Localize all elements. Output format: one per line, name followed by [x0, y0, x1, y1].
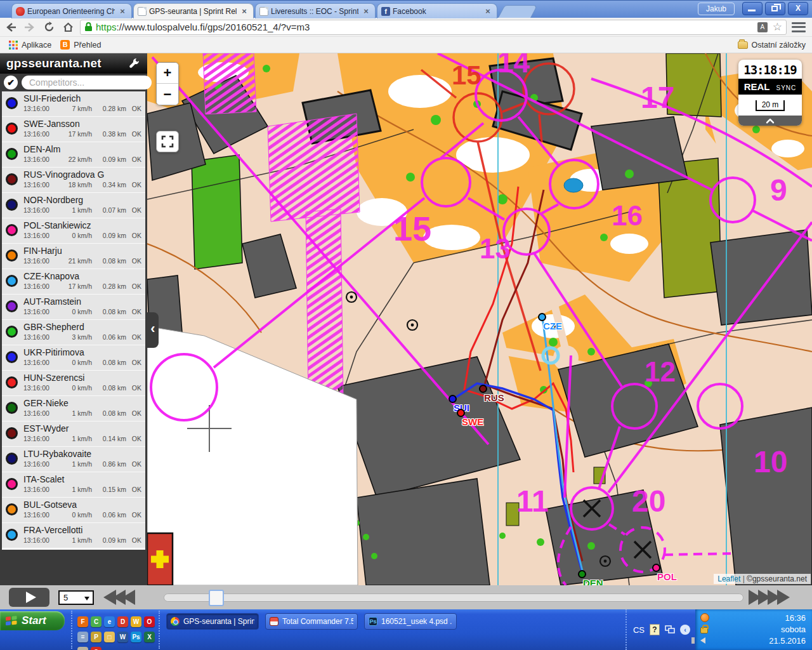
clock-mode-row[interactable]: REAL SYNC	[738, 79, 802, 95]
competitor-row[interactable]: BUL-Gotseva 13:16:00 0 km/h 0.06 km OK	[2, 498, 145, 523]
competitor-row[interactable]: SWE-Jansson 13:16:00 17 km/h 0.38 km OK	[2, 117, 145, 142]
tab-close-icon[interactable]: ×	[117, 6, 128, 16]
translate-icon[interactable]: A	[757, 22, 768, 32]
speed-select[interactable]: 5	[58, 590, 94, 605]
speed-value: 5	[63, 593, 68, 602]
tab-close-icon[interactable]: ×	[239, 6, 249, 16]
back-button[interactable]	[3, 20, 19, 35]
home-button[interactable]	[60, 20, 76, 35]
forward-button[interactable]	[22, 20, 38, 35]
settings-wrench-icon[interactable]	[128, 57, 141, 70]
control-number-label: 10	[754, 448, 787, 475]
clock-mode-sync[interactable]: SYNC	[776, 84, 797, 91]
network-tray-icon[interactable]	[665, 625, 675, 634]
task-app-icon	[270, 617, 278, 626]
competitor-row[interactable]: HUN-Szerencsi 13:16:00 0 km/h 0.08 km OK	[2, 371, 145, 396]
quick-launch-icon[interactable]: W	[131, 616, 141, 627]
competitor-row[interactable]: UKR-Pitirimova 13:16:00 0 km/h 0.08 km O…	[2, 345, 145, 371]
quick-launch-icon[interactable]: D	[117, 616, 128, 627]
select-all-check-button[interactable]: ✔	[4, 76, 18, 90]
competitor-row[interactable]: FRA-Vercellotti 13:16:00 1 km/h 0.09 km …	[2, 523, 145, 548]
taskbar-task-button[interactable]: Total Commander 7.5...	[265, 613, 358, 630]
clock-collapse-button[interactable]	[738, 116, 802, 126]
timeline-slider-handle[interactable]	[209, 590, 224, 606]
bookmark-apps[interactable]: Aplikace	[9, 41, 51, 50]
runner-marker[interactable]: DEN	[578, 570, 586, 578]
language-indicator[interactable]: CS	[633, 625, 645, 635]
competitor-row[interactable]: AUT-Ramstein 13:16:00 0 km/h 0.08 km OK	[2, 295, 145, 320]
competitor-row[interactable]: FIN-Harju 13:16:00 21 km/h 0.08 km OK	[2, 244, 145, 269]
competitor-row[interactable]: LTU-Rybakovaite 13:16:00 1 km/h 0.86 km …	[2, 447, 145, 472]
minimize-button[interactable]	[742, 2, 763, 15]
competitor-row[interactable]: EST-Wyder 13:16:00 1 km/h 0.14 km OK	[2, 421, 145, 447]
quick-launch-icon[interactable]: F	[77, 616, 88, 627]
bookmark-prehled[interactable]: B Přehled	[60, 40, 101, 50]
quick-launch-icon[interactable]: O	[144, 616, 155, 627]
runner-marker[interactable]: CZE	[538, 313, 546, 321]
restore-button[interactable]	[765, 2, 785, 15]
browser-menu-icon[interactable]	[792, 22, 806, 32]
timeline-slider[interactable]	[164, 594, 743, 602]
tab-close-icon[interactable]: ×	[483, 6, 493, 16]
clock-mode-real[interactable]: REAL	[744, 81, 770, 92]
new-tab-button[interactable]	[497, 5, 537, 18]
help-tray-icon[interactable]: ?	[650, 624, 660, 635]
runner-marker[interactable]: POL	[652, 564, 660, 572]
runner-marker[interactable]: RUS	[479, 385, 487, 393]
address-bar[interactable]: https://www.tulospalvelu.fi/gps/20160521…	[80, 20, 787, 35]
taskbar-task-button[interactable]: GPS-seuranta | Sprint...	[166, 613, 259, 630]
quick-launch-icon[interactable]: S	[91, 647, 102, 650]
leaflet-link[interactable]: Leaflet	[717, 574, 740, 583]
quick-launch-icon[interactable]: P	[91, 632, 102, 642]
browser-tab[interactable]: GPS-seuranta | Sprint Relay ×	[133, 3, 254, 18]
sidebar-collapse-handle[interactable]: ‹	[147, 312, 159, 348]
zoom-in-button[interactable]: +	[157, 63, 178, 84]
competitor-row[interactable]: GER-Nieke 13:16:00 1 km/h 0.08 km OK	[2, 396, 145, 421]
close-button[interactable]: X	[788, 2, 808, 15]
quick-launch-icon[interactable]: Ps	[131, 632, 141, 642]
competitor-row[interactable]: DEN-Alm 13:16:00 22 km/h 0.09 km OK	[2, 142, 145, 168]
quick-launch-icon[interactable]: a	[77, 647, 88, 650]
lock-tray-icon[interactable]	[700, 627, 708, 633]
volume-tray-icon[interactable]	[700, 637, 705, 644]
competitor-row[interactable]: SUI-Friederich 13:16:00 7 km/h 0.28 km O…	[2, 91, 145, 117]
competitor-name: RUS-Vinogradova G	[23, 169, 141, 180]
antivirus-tray-icon[interactable]	[700, 613, 709, 622]
competitor-row[interactable]: CZE-Knapova 13:16:00 17 km/h 0.28 km OK	[2, 269, 145, 295]
rewind-button[interactable]	[107, 590, 135, 605]
zoom-out-button[interactable]: −	[157, 84, 178, 105]
reload-button[interactable]	[41, 20, 57, 35]
quick-launch-icon[interactable]: C	[91, 616, 102, 627]
competitor-row[interactable]: NOR-Nordberg 13:16:00 1 km/h 0.07 km OK	[2, 193, 145, 218]
competitors-search-input[interactable]	[22, 76, 152, 90]
taskbar-clock-zone[interactable]: 16:36 sobota 21.5.2016	[695, 609, 812, 650]
profile-button[interactable]: Jakub	[698, 3, 735, 15]
attribution-brand[interactable]: ©gpsseuranta.net	[747, 574, 807, 583]
leaflet-map[interactable]: 14 15 17 9 15 13 16 12 10 20 11 CZE	[147, 53, 812, 585]
start-button[interactable]: Start	[0, 611, 65, 630]
browser-tab[interactable]: European Orienteering Cham ×	[11, 3, 132, 18]
fast-forward-button[interactable]	[749, 590, 787, 605]
quick-launch-icon[interactable]: e	[104, 616, 115, 627]
runner-marker[interactable]: SUI	[449, 395, 457, 403]
race-clock-widget[interactable]: 13:18:19 REAL SYNC 20 m	[738, 60, 802, 126]
quick-launch-icon[interactable]: =	[77, 632, 88, 642]
browser-tab[interactable]: Liveresults :: EOC - Sprint Re ×	[255, 3, 376, 18]
competitor-row[interactable]: ITA-Scalet 13:16:00 1 km/h 0.15 km OK	[2, 472, 145, 498]
bookmark-star-icon[interactable]: ☆	[773, 20, 782, 34]
competitor-row[interactable]: GBR-Shepherd 13:16:00 3 km/h 0.06 km OK	[2, 320, 145, 345]
competitor-row[interactable]: RUS-Vinogradova G 13:16:00 18 km/h 0.34 …	[2, 168, 145, 193]
play-button[interactable]	[9, 588, 49, 607]
taskbar-task-button[interactable]: Ps 160521_usek 4.psd ...	[364, 613, 457, 630]
competitor-time: 13:16:00	[23, 156, 56, 163]
tab-close-icon[interactable]: ×	[361, 6, 371, 16]
other-bookmarks-button[interactable]: Ostatní záložky	[738, 41, 806, 50]
browser-tab[interactable]: f Facebook ×	[377, 3, 497, 18]
competitor-row[interactable]: POL-Stankiewicz 13:16:00 0 km/h 0.09 km …	[2, 218, 145, 244]
quick-launch-icon[interactable]: W	[117, 632, 128, 642]
quick-launch-icon[interactable]: X	[144, 632, 155, 642]
runner-marker[interactable]: SWE	[457, 409, 465, 417]
fullscreen-button[interactable]	[156, 131, 179, 152]
quick-launch-icon[interactable]: □	[104, 632, 115, 642]
tray-expand-icon[interactable]: ‹	[680, 625, 690, 635]
